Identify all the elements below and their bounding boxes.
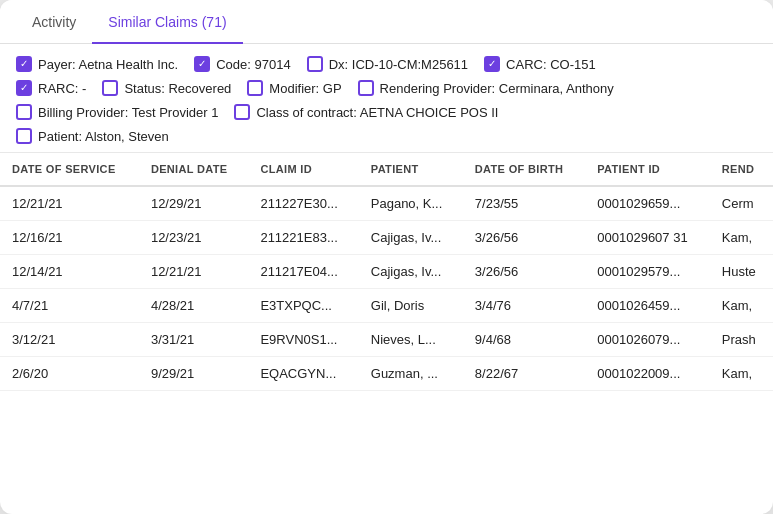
- cell-patient_id-0: 0001029659...: [585, 186, 710, 221]
- cell-denial_date-3: 4/28/21: [139, 289, 249, 323]
- cell-date_of_service-1: 12/16/21: [0, 221, 139, 255]
- filter-row-3: Billing Provider: Test Provider 1 Class …: [16, 104, 757, 120]
- table-header-row: DATE OF SERVICE DENIAL DATE CLAIM ID PAT…: [0, 153, 773, 186]
- cell-patient_id-5: 0001022009...: [585, 357, 710, 391]
- cell-rend-4: Prash: [710, 323, 773, 357]
- tab-activity[interactable]: Activity: [16, 0, 92, 44]
- checkbox-billing[interactable]: [16, 104, 32, 120]
- cell-claim_id-5: EQACGYN...: [248, 357, 358, 391]
- table-row[interactable]: 12/21/2112/29/21211227E30...Pagano, K...…: [0, 186, 773, 221]
- cell-date_of_service-2: 12/14/21: [0, 255, 139, 289]
- checkbox-status[interactable]: [102, 80, 118, 96]
- filter-row-1: ✓ Payer: Aetna Health Inc. ✓ Code: 97014…: [16, 56, 757, 72]
- tab-similar-claims[interactable]: Similar Claims (71): [92, 0, 242, 44]
- filter-status[interactable]: Status: Recovered: [102, 80, 231, 96]
- filter-patient[interactable]: Patient: Alston, Steven: [16, 128, 169, 144]
- cell-claim_id-1: 211221E83...: [248, 221, 358, 255]
- col-patient-id: PATIENT ID: [585, 153, 710, 186]
- filter-billing[interactable]: Billing Provider: Test Provider 1: [16, 104, 218, 120]
- cell-date_of_service-3: 4/7/21: [0, 289, 139, 323]
- cell-date_of_birth-5: 8/22/67: [463, 357, 585, 391]
- cell-patient-1: Cajigas, Iv...: [359, 221, 463, 255]
- cell-denial_date-4: 3/31/21: [139, 323, 249, 357]
- checkbox-patient[interactable]: [16, 128, 32, 144]
- cell-patient_id-2: 0001029579...: [585, 255, 710, 289]
- checkbox-payer[interactable]: ✓: [16, 56, 32, 72]
- cell-denial_date-0: 12/29/21: [139, 186, 249, 221]
- filter-row-2: ✓ RARC: - Status: Recovered Modifier: GP…: [16, 80, 757, 96]
- cell-patient-3: Gil, Doris: [359, 289, 463, 323]
- cell-claim_id-2: 211217E04...: [248, 255, 358, 289]
- filter-contract[interactable]: Class of contract: AETNA CHOICE POS II: [234, 104, 498, 120]
- cell-rend-0: Cerm: [710, 186, 773, 221]
- col-patient: PATIENT: [359, 153, 463, 186]
- col-denial-date: DENIAL DATE: [139, 153, 249, 186]
- col-rend: REND: [710, 153, 773, 186]
- cell-rend-2: Huste: [710, 255, 773, 289]
- cell-denial_date-2: 12/21/21: [139, 255, 249, 289]
- filter-rarc[interactable]: ✓ RARC: -: [16, 80, 86, 96]
- table-row[interactable]: 12/16/2112/23/21211221E83...Cajigas, Iv.…: [0, 221, 773, 255]
- cell-rend-5: Kam,: [710, 357, 773, 391]
- checkbox-contract[interactable]: [234, 104, 250, 120]
- table-row[interactable]: 2/6/209/29/21EQACGYN...Guzman, ...8/22/6…: [0, 357, 773, 391]
- cell-patient_id-3: 0001026459...: [585, 289, 710, 323]
- cell-patient-5: Guzman, ...: [359, 357, 463, 391]
- filter-carc[interactable]: ✓ CARC: CO-151: [484, 56, 596, 72]
- checkbox-rarc[interactable]: ✓: [16, 80, 32, 96]
- cell-date_of_birth-4: 9/4/68: [463, 323, 585, 357]
- col-date-of-service: DATE OF SERVICE: [0, 153, 139, 186]
- checkbox-modifier[interactable]: [247, 80, 263, 96]
- cell-rend-1: Kam,: [710, 221, 773, 255]
- cell-claim_id-3: E3TXPQC...: [248, 289, 358, 323]
- filter-dx[interactable]: Dx: ICD-10-CM:M25611: [307, 56, 468, 72]
- col-date-of-birth: DATE OF BIRTH: [463, 153, 585, 186]
- cell-date_of_birth-1: 3/26/56: [463, 221, 585, 255]
- claims-table-wrapper[interactable]: DATE OF SERVICE DENIAL DATE CLAIM ID PAT…: [0, 153, 773, 514]
- checkbox-code[interactable]: ✓: [194, 56, 210, 72]
- cell-patient-4: Nieves, L...: [359, 323, 463, 357]
- table-row[interactable]: 3/12/213/31/21E9RVN0S1...Nieves, L...9/4…: [0, 323, 773, 357]
- checkbox-carc[interactable]: ✓: [484, 56, 500, 72]
- filter-modifier[interactable]: Modifier: GP: [247, 80, 341, 96]
- table-row[interactable]: 4/7/214/28/21E3TXPQC...Gil, Doris3/4/760…: [0, 289, 773, 323]
- filter-code[interactable]: ✓ Code: 97014: [194, 56, 290, 72]
- col-claim-id: CLAIM ID: [248, 153, 358, 186]
- cell-claim_id-4: E9RVN0S1...: [248, 323, 358, 357]
- cell-date_of_birth-0: 7/23/55: [463, 186, 585, 221]
- filter-row-4: Patient: Alston, Steven: [16, 128, 757, 144]
- cell-patient_id-1: 0001029607 31: [585, 221, 710, 255]
- claims-table: DATE OF SERVICE DENIAL DATE CLAIM ID PAT…: [0, 153, 773, 391]
- cell-date_of_service-0: 12/21/21: [0, 186, 139, 221]
- cell-denial_date-1: 12/23/21: [139, 221, 249, 255]
- cell-patient-2: Cajigas, Iv...: [359, 255, 463, 289]
- cell-patient-0: Pagano, K...: [359, 186, 463, 221]
- checkbox-rendering[interactable]: [358, 80, 374, 96]
- cell-date_of_service-4: 3/12/21: [0, 323, 139, 357]
- checkbox-dx[interactable]: [307, 56, 323, 72]
- filter-payer[interactable]: ✓ Payer: Aetna Health Inc.: [16, 56, 178, 72]
- cell-patient_id-4: 0001026079...: [585, 323, 710, 357]
- cell-date_of_birth-2: 3/26/56: [463, 255, 585, 289]
- cell-denial_date-5: 9/29/21: [139, 357, 249, 391]
- filter-rendering[interactable]: Rendering Provider: Cerminara, Anthony: [358, 80, 614, 96]
- cell-date_of_birth-3: 3/4/76: [463, 289, 585, 323]
- cell-date_of_service-5: 2/6/20: [0, 357, 139, 391]
- tab-bar: Activity Similar Claims (71): [0, 0, 773, 44]
- filters-panel: ✓ Payer: Aetna Health Inc. ✓ Code: 97014…: [0, 44, 773, 153]
- cell-rend-3: Kam,: [710, 289, 773, 323]
- table-row[interactable]: 12/14/2112/21/21211217E04...Cajigas, Iv.…: [0, 255, 773, 289]
- main-window: Activity Similar Claims (71) ✓ Payer: Ae…: [0, 0, 773, 514]
- cell-claim_id-0: 211227E30...: [248, 186, 358, 221]
